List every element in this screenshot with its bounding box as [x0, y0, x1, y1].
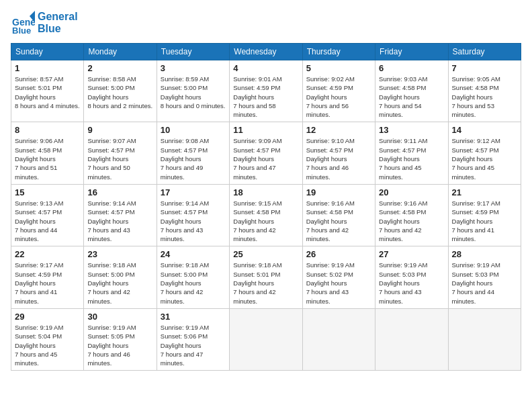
- calendar-cell: 26Sunrise: 9:19 AMSunset: 5:02 PMDayligh…: [302, 246, 375, 308]
- day-info: Sunrise: 9:19 AMSunset: 5:03 PMDaylight …: [379, 261, 444, 305]
- day-number: 6: [379, 63, 444, 73]
- calendar-cell: 25Sunrise: 9:18 AMSunset: 5:01 PMDayligh…: [230, 246, 302, 308]
- day-info: Sunrise: 9:16 AMSunset: 4:58 PMDaylight …: [306, 199, 371, 243]
- calendar: SundayMondayTuesdayWednesdayThursdayFrid…: [11, 43, 521, 371]
- calendar-cell: 8Sunrise: 9:06 AMSunset: 4:58 PMDaylight…: [11, 122, 84, 184]
- day-info: Sunrise: 9:02 AMSunset: 4:59 PMDaylight …: [306, 75, 371, 119]
- calendar-cell: [375, 308, 448, 370]
- day-number: 20: [379, 187, 444, 197]
- calendar-cell: 16Sunrise: 9:14 AMSunset: 4:57 PMDayligh…: [84, 184, 157, 246]
- calendar-cell: 17Sunrise: 9:14 AMSunset: 4:57 PMDayligh…: [157, 184, 229, 246]
- calendar-cell: 7Sunrise: 9:05 AMSunset: 4:58 PMDaylight…: [448, 60, 521, 122]
- week-row-5: 29Sunrise: 9:19 AMSunset: 5:04 PMDayligh…: [11, 308, 521, 370]
- weekday-friday: Friday: [375, 44, 448, 60]
- day-info: Sunrise: 9:18 AMSunset: 5:01 PMDaylight …: [233, 261, 298, 305]
- calendar-cell: [448, 308, 521, 370]
- logo-general: General: [38, 11, 78, 23]
- calendar-cell: 31Sunrise: 9:19 AMSunset: 5:06 PMDayligh…: [157, 308, 229, 370]
- day-number: 15: [15, 187, 80, 197]
- calendar-cell: 20Sunrise: 9:16 AMSunset: 4:58 PMDayligh…: [375, 184, 448, 246]
- day-number: 17: [161, 187, 226, 197]
- weekday-header-row: SundayMondayTuesdayWednesdayThursdayFrid…: [11, 44, 521, 60]
- day-info: Sunrise: 9:19 AMSunset: 5:03 PMDaylight …: [452, 261, 517, 305]
- day-info: Sunrise: 9:16 AMSunset: 4:58 PMDaylight …: [379, 199, 444, 243]
- calendar-body: 1Sunrise: 8:57 AMSunset: 5:01 PMDaylight…: [11, 60, 521, 371]
- day-number: 12: [306, 125, 371, 135]
- day-number: 22: [15, 249, 80, 259]
- day-number: 13: [379, 125, 444, 135]
- calendar-cell: 13Sunrise: 9:11 AMSunset: 4:57 PMDayligh…: [375, 122, 448, 184]
- day-number: 18: [233, 187, 298, 197]
- day-info: Sunrise: 9:13 AMSunset: 4:57 PMDaylight …: [15, 199, 80, 243]
- day-info: Sunrise: 9:01 AMSunset: 4:59 PMDaylight …: [233, 75, 298, 119]
- day-info: Sunrise: 9:11 AMSunset: 4:57 PMDaylight …: [379, 136, 444, 181]
- day-number: 3: [161, 63, 226, 73]
- calendar-cell: 10Sunrise: 9:08 AMSunset: 4:57 PMDayligh…: [157, 122, 229, 184]
- day-number: 7: [452, 63, 517, 73]
- day-number: 16: [87, 187, 152, 197]
- svg-text:Blue: Blue: [12, 26, 31, 35]
- day-info: Sunrise: 9:06 AMSunset: 4:58 PMDaylight …: [15, 136, 80, 181]
- day-number: 5: [306, 63, 371, 73]
- calendar-cell: 15Sunrise: 9:13 AMSunset: 4:57 PMDayligh…: [11, 184, 84, 246]
- weekday-wednesday: Wednesday: [230, 44, 302, 60]
- calendar-cell: 2Sunrise: 8:58 AMSunset: 5:00 PMDaylight…: [84, 60, 157, 122]
- day-info: Sunrise: 9:05 AMSunset: 4:58 PMDaylight …: [452, 75, 517, 119]
- week-row-3: 15Sunrise: 9:13 AMSunset: 4:57 PMDayligh…: [11, 184, 521, 246]
- calendar-cell: 21Sunrise: 9:17 AMSunset: 4:59 PMDayligh…: [448, 184, 521, 246]
- day-number: 4: [233, 63, 298, 73]
- calendar-cell: 1Sunrise: 8:57 AMSunset: 5:01 PMDaylight…: [11, 60, 84, 122]
- calendar-cell: 12Sunrise: 9:10 AMSunset: 4:57 PMDayligh…: [302, 122, 375, 184]
- day-number: 1: [15, 63, 80, 73]
- day-number: 31: [161, 312, 226, 322]
- calendar-cell: 22Sunrise: 9:17 AMSunset: 4:59 PMDayligh…: [11, 246, 84, 308]
- calendar-cell: 3Sunrise: 8:59 AMSunset: 5:00 PMDaylight…: [157, 60, 229, 122]
- calendar-cell: 6Sunrise: 9:03 AMSunset: 4:58 PMDaylight…: [375, 60, 448, 122]
- day-info: Sunrise: 9:19 AMSunset: 5:05 PMDaylight …: [87, 323, 152, 367]
- calendar-cell: 14Sunrise: 9:12 AMSunset: 4:57 PMDayligh…: [448, 122, 521, 184]
- calendar-cell: 30Sunrise: 9:19 AMSunset: 5:05 PMDayligh…: [84, 308, 157, 370]
- weekday-saturday: Saturday: [448, 44, 521, 60]
- calendar-cell: [302, 308, 375, 370]
- calendar-cell: 5Sunrise: 9:02 AMSunset: 4:59 PMDaylight…: [302, 60, 375, 122]
- day-number: 2: [87, 63, 152, 73]
- calendar-cell: 23Sunrise: 9:18 AMSunset: 5:00 PMDayligh…: [84, 246, 157, 308]
- calendar-cell: 19Sunrise: 9:16 AMSunset: 4:58 PMDayligh…: [302, 184, 375, 246]
- day-number: 21: [452, 187, 517, 197]
- day-number: 27: [379, 249, 444, 259]
- day-info: Sunrise: 8:57 AMSunset: 5:01 PMDaylight …: [15, 75, 80, 110]
- day-info: Sunrise: 9:07 AMSunset: 4:57 PMDaylight …: [87, 136, 152, 181]
- day-info: Sunrise: 9:12 AMSunset: 4:57 PMDaylight …: [452, 136, 517, 181]
- day-info: Sunrise: 9:08 AMSunset: 4:57 PMDaylight …: [161, 136, 226, 181]
- day-info: Sunrise: 8:59 AMSunset: 5:00 PMDaylight …: [161, 75, 226, 110]
- day-info: Sunrise: 9:14 AMSunset: 4:57 PMDaylight …: [161, 199, 226, 243]
- logo: General Blue General Blue: [11, 11, 78, 35]
- day-info: Sunrise: 9:03 AMSunset: 4:58 PMDaylight …: [379, 75, 444, 119]
- calendar-cell: [230, 308, 302, 370]
- day-number: 23: [87, 249, 152, 259]
- day-number: 29: [15, 312, 80, 322]
- logo-blue: Blue: [38, 23, 78, 35]
- page: General Blue General Blue SundayMondayTu…: [0, 0, 532, 377]
- calendar-cell: 9Sunrise: 9:07 AMSunset: 4:57 PMDaylight…: [84, 122, 157, 184]
- calendar-cell: 11Sunrise: 9:09 AMSunset: 4:57 PMDayligh…: [230, 122, 302, 184]
- day-info: Sunrise: 9:14 AMSunset: 4:57 PMDaylight …: [87, 199, 152, 243]
- weekday-tuesday: Tuesday: [157, 44, 229, 60]
- week-row-2: 8Sunrise: 9:06 AMSunset: 4:58 PMDaylight…: [11, 122, 521, 184]
- weekday-monday: Monday: [84, 44, 157, 60]
- weekday-sunday: Sunday: [11, 44, 84, 60]
- day-number: 19: [306, 187, 371, 197]
- day-number: 11: [233, 125, 298, 135]
- calendar-cell: 28Sunrise: 9:19 AMSunset: 5:03 PMDayligh…: [448, 246, 521, 308]
- day-info: Sunrise: 9:17 AMSunset: 4:59 PMDaylight …: [452, 199, 517, 243]
- day-info: Sunrise: 9:10 AMSunset: 4:57 PMDaylight …: [306, 136, 371, 181]
- day-number: 14: [452, 125, 517, 135]
- day-info: Sunrise: 9:19 AMSunset: 5:06 PMDaylight …: [161, 323, 226, 367]
- calendar-cell: 29Sunrise: 9:19 AMSunset: 5:04 PMDayligh…: [11, 308, 84, 370]
- day-number: 26: [306, 249, 371, 259]
- day-number: 28: [452, 249, 517, 259]
- week-row-4: 22Sunrise: 9:17 AMSunset: 4:59 PMDayligh…: [11, 246, 521, 308]
- header: General Blue General Blue: [11, 11, 521, 35]
- calendar-cell: 4Sunrise: 9:01 AMSunset: 4:59 PMDaylight…: [230, 60, 302, 122]
- day-number: 25: [233, 249, 298, 259]
